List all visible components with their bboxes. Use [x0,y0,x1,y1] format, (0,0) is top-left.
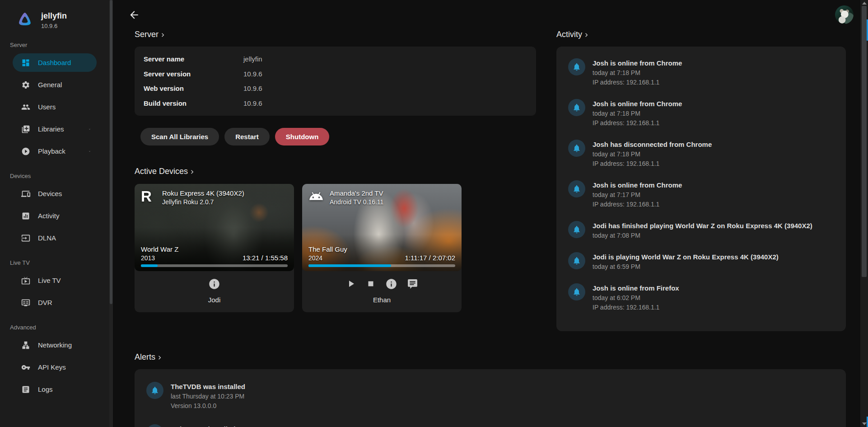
device-name: Roku Express 4K (3940X2) [162,189,244,197]
sidebar-item-label: Playback [38,147,65,155]
play-button[interactable] [345,278,356,289]
sidebar-item-api-keys[interactable]: API Keys [13,358,97,376]
scan-all-libraries-button[interactable]: Scan All Libraries [140,128,219,145]
jellyfin-logo-icon [16,11,33,28]
stop-button[interactable] [366,279,376,289]
bell-icon [572,103,581,112]
client-version: Android TV 0.16.11 [330,198,383,206]
notification-bell-icon [568,252,585,269]
feed-item-detail: IP address: 192.168.1.1 [593,160,712,168]
sidebar-item-playback[interactable]: Playback [13,142,97,160]
feed-item-body: AniDB was installed [171,424,235,427]
bell-icon [572,62,581,71]
sidebar-item-users[interactable]: Users [13,98,97,116]
sidebar-item-general[interactable]: General [13,75,97,94]
activity-title[interactable]: Activity [556,30,846,39]
feed-item-time: today at 6:59 PM [593,263,779,271]
alerts-title[interactable]: Alerts [135,352,846,362]
feed-item-time: last Thursday at 10:23 PM [171,392,245,400]
send-message-button[interactable] [407,278,418,290]
feed-item-title: Josh is online from Chrome [593,58,682,67]
notification-bell-icon [568,99,585,116]
message-icon [407,278,418,290]
scrollbar-down-arrow-icon[interactable] [862,422,867,425]
sidebar-item-dashboard[interactable]: Dashboard [13,53,97,72]
back-button[interactable] [128,9,140,21]
feed-item-detail: IP address: 192.168.1.1 [593,119,682,127]
active-devices-title[interactable]: Active Devices [135,167,536,176]
sidebar-item-live-tv[interactable]: Live TV [13,271,97,290]
device-card-android-tv[interactable]: Amanda's 2nd TV Android TV 0.16.11 The F… [302,184,462,312]
arrow-left-icon [128,9,140,21]
input-icon [21,234,30,243]
notification-bell-icon [568,180,585,197]
info-button[interactable] [208,278,220,290]
info-button[interactable] [385,278,397,290]
info-icon [385,278,397,290]
sidebar-item-label: Dashboard [38,59,71,66]
sidebar-item-label: DLNA [38,234,56,242]
server-info-card: Server name jellyfin Server version 10.9… [135,47,536,116]
server-column: Server Server name jellyfin Server versi… [135,25,536,331]
app-title: jellyfin [41,11,67,21]
media-title: The Fall Guy [308,245,347,253]
media-year: 2024 [308,254,347,262]
feed-item-body: TheTVDB was installedlast Thursday at 10… [171,382,245,410]
sidebar-item-activity[interactable]: Activity [13,206,97,225]
shutdown-button[interactable]: Shutdown [275,128,329,145]
playback-time: 1:11:17 / 2:07:02 [405,254,455,262]
server-info-value: jellyfin [243,55,262,63]
activity-feed: Josh is online from Chrometoday at 7:18 … [556,47,846,331]
server-info-value: 10.9.6 [243,84,262,93]
info-icon [208,278,220,290]
sidebar-item-logs[interactable]: Logs [13,380,97,399]
activity-item: Jodi has finished playing World War Z on… [568,215,834,246]
alerts-section: Alerts TheTVDB was installedlast Thursda… [135,352,846,427]
notification-bell-icon [568,221,585,238]
server-info-value: 10.9.6 [243,70,262,78]
feed-item-title: AniDB was installed [171,424,235,427]
sidebar-item-label: Activity [38,212,60,220]
window-scrollbar[interactable] [860,0,868,427]
sidebar-scrollbar-thumb[interactable] [110,0,112,304]
activity-column: Activity Josh is online from Chrometoday… [556,25,846,331]
chevron-down-icon [89,125,97,133]
sidebar-item-label: General [38,81,62,89]
bell-icon [572,287,581,296]
dashboard-main: Server Server name jellyfin Server versi… [113,0,860,427]
session-user: Ethan [302,296,462,312]
sidebar-item-label: Live TV [38,277,61,284]
sidebar-item-devices[interactable]: Devices [13,184,97,203]
feed-item-detail: IP address: 192.168.1.1 [593,303,679,311]
sidebar-item-networking[interactable]: Networking [13,336,97,354]
sidebar-item-label: Users [38,103,56,111]
feed-item-title: Jodi has finished playing World War Z on… [593,221,812,230]
sidebar-scrollbar[interactable] [109,0,113,427]
alerts-title-text: Alerts [135,352,155,362]
feed-item-title: Josh has disconnected from Chrome [593,140,712,149]
server-actions: Scan All Libraries Restart Shutdown [140,128,536,145]
window-scrollbar-thumb[interactable] [862,6,867,277]
server-info-label: Server version [144,70,243,78]
sidebar-item-dlna[interactable]: DLNA [13,229,97,247]
gear-icon [21,80,30,89]
server-section-title[interactable]: Server [135,30,536,39]
sidebar-item-dvr[interactable]: DVR [13,293,97,312]
device-card-footer: Ethan [302,271,462,312]
server-info-row: Build version 10.9.6 [144,99,527,108]
restart-button[interactable]: Restart [224,128,270,145]
dvr-icon [21,298,30,307]
now-playing-backdrop: Amanda's 2nd TV Android TV 0.16.11 The F… [302,184,462,271]
activity-item: Josh is online from Chrometoday at 7:17 … [568,174,834,215]
sidebar-item-label: API Keys [38,363,66,371]
playback-progress-bar [141,264,288,267]
feed-item-title: Josh is online from Chrome [593,180,682,189]
play-icon [345,278,356,289]
user-avatar-button[interactable] [835,5,854,24]
feed-item-body: Josh has disconnected from Chrometoday a… [593,140,712,168]
sidebar-item-libraries[interactable]: Libraries [13,120,97,138]
chevron-down-icon [89,147,97,155]
feed-item-body: Josh is online from Firefoxtoday at 6:02… [593,283,679,311]
device-card-roku[interactable]: R Roku Express 4K (3940X2) Jellyfin Roku… [135,184,294,312]
scrollbar-up-arrow-icon[interactable] [862,2,867,5]
